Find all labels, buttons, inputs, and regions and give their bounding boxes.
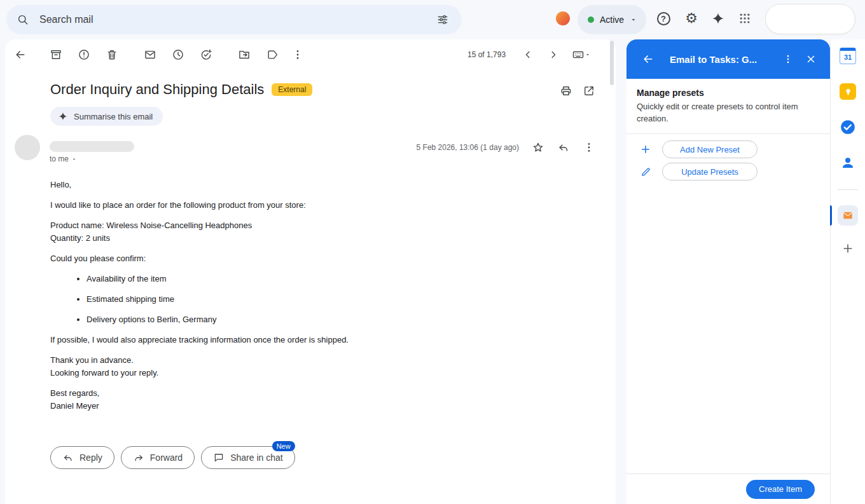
list-item: Availability of the item [86, 273, 572, 285]
tasks-icon [840, 119, 856, 135]
delete-button[interactable] [99, 42, 125, 67]
message-more-button[interactable] [576, 135, 602, 160]
report-spam-button[interactable] [71, 42, 97, 67]
panel-close-button[interactable] [799, 48, 822, 71]
email-view: 15 of 1,793 Order Inquiry and Shipping D… [5, 39, 616, 504]
keep-icon [840, 83, 856, 100]
active-addon-indicator [830, 205, 832, 226]
add-new-preset-button[interactable]: Add New Preset [662, 140, 758, 158]
status-label: Active [600, 15, 624, 25]
chevron-down-icon [585, 51, 591, 58]
addon-title: Email to Tasks: G... [670, 54, 777, 65]
panel-back-button[interactable] [637, 48, 660, 71]
search-input[interactable]: Search mail [39, 14, 430, 25]
print-button[interactable] [553, 78, 579, 104]
back-button[interactable] [8, 42, 33, 67]
addon-panel-body: Manage presets Quickly edit or create pr… [626, 79, 830, 473]
recipient-details-button[interactable]: to me [50, 154, 77, 163]
archive-button[interactable] [43, 42, 69, 67]
external-badge: External [272, 83, 312, 96]
calendar-icon: 31 [840, 48, 856, 64]
body-greeting: Hello, [50, 179, 572, 191]
gemini-sparkle-icon [58, 111, 68, 121]
more-options-button[interactable] [285, 42, 310, 67]
subject-row: Order Inquiry and Shipping Details Exter… [50, 81, 312, 98]
sender-avatar[interactable] [15, 135, 40, 160]
message-date: 5 Feb 2026, 13:06 (1 day ago) [417, 143, 519, 152]
body-confirm-intro: Could you please confirm: [50, 252, 572, 265]
search-bar[interactable]: Search mail [6, 5, 462, 34]
sender-row: to me 5 Feb 2026, 13:06 (1 day ago) [15, 135, 602, 163]
older-message-button[interactable] [541, 42, 566, 67]
contacts-app-button[interactable] [835, 150, 861, 175]
calendar-app-button[interactable]: 31 [835, 43, 861, 69]
mark-unread-button[interactable] [137, 42, 163, 67]
addon-panel: Email to Tasks: G... Manage presets Quic… [626, 39, 830, 504]
open-in-new-button[interactable] [576, 78, 602, 104]
profile-avatar[interactable] [556, 11, 570, 25]
email-to-tasks-addon-button[interactable] [838, 205, 858, 226]
product-line: Product name: Wireless Noise-Cancelling … [50, 221, 252, 230]
print-icon [560, 85, 572, 97]
summarise-email-button[interactable]: Summarise this email [50, 107, 163, 126]
panel-more-button[interactable] [777, 48, 799, 71]
newer-message-button[interactable] [515, 42, 541, 67]
plus-icon [841, 242, 854, 255]
search-filters-icon[interactable] [430, 7, 455, 32]
search-icon[interactable] [10, 7, 36, 32]
chat-bubble-icon [213, 452, 225, 463]
move-to-button[interactable] [232, 42, 257, 67]
input-tools-button[interactable] [565, 42, 598, 67]
companion-rail: 31 [830, 39, 865, 504]
apps-grid-button[interactable] [732, 6, 758, 31]
add-to-tasks-button[interactable] [193, 42, 219, 67]
body-signoff: Best regards, Daniel Meyer [50, 387, 572, 412]
panel-section-heading: Manage presets [637, 88, 820, 98]
update-presets-button[interactable]: Update Presets [662, 163, 758, 180]
keyboard-icon [572, 48, 585, 61]
email-body: Hello, I would like to place an order fo… [50, 179, 572, 420]
gemini-button[interactable] [705, 6, 731, 31]
confirm-list: Availability of the item Estimated shipp… [50, 273, 572, 326]
keep-app-button[interactable] [835, 79, 861, 104]
create-item-button[interactable]: Create Item [746, 480, 815, 499]
star-button[interactable] [525, 135, 551, 160]
reply-button[interactable]: Reply [50, 446, 114, 469]
labels-button[interactable] [260, 42, 285, 67]
apps-grid-icon [738, 12, 751, 25]
snooze-button[interactable] [165, 42, 191, 67]
more-vert-icon [583, 141, 595, 154]
help-icon: ? [657, 12, 670, 25]
get-addons-button[interactable] [835, 236, 861, 261]
quantity-line: Quantity: 2 units [50, 233, 110, 243]
active-addon-row [831, 205, 865, 226]
reply-icon-button[interactable] [551, 135, 576, 160]
more-vert-icon [782, 53, 794, 65]
recipient-label: to me [50, 154, 69, 163]
reply-icon [62, 452, 74, 463]
plus-icon [640, 144, 651, 155]
new-badge: New [272, 441, 295, 451]
gmail-app: Search mail Active ? ⚙ [0, 0, 865, 504]
presence-dot-icon [588, 17, 594, 23]
message-counter: 15 of 1,793 [467, 39, 506, 70]
share-in-chat-button[interactable]: Share in chat New [201, 446, 295, 469]
add-icon-button[interactable] [637, 140, 654, 158]
sender-name-redacted [50, 141, 134, 152]
addon-panel-header: Email to Tasks: G... [626, 39, 830, 79]
back-arrow-icon [642, 53, 654, 65]
edit-icon-button[interactable] [637, 163, 654, 180]
chevron-down-icon [71, 156, 77, 162]
addon-envelope-icon [842, 210, 854, 221]
sender-signature: Daniel Meyer [50, 401, 99, 411]
settings-button[interactable]: ⚙ [679, 6, 704, 31]
scrollbar-thumb[interactable] [610, 41, 614, 85]
help-button[interactable]: ? [651, 6, 676, 31]
forward-button[interactable]: Forward [121, 446, 195, 469]
gear-icon: ⚙ [685, 11, 698, 25]
status-selector[interactable]: Active [578, 5, 646, 34]
thanks-line: Looking forward to your reply. [50, 368, 158, 378]
panel-section-description: Quickly edit or create presets to contro… [637, 100, 799, 125]
tasks-app-button[interactable] [835, 114, 861, 140]
signoff-line: Best regards, [50, 388, 99, 398]
